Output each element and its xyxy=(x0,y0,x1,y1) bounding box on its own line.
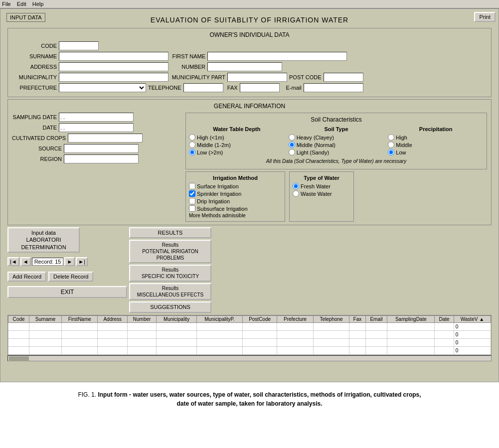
prec-low-row: Low xyxy=(388,149,484,155)
irrigation-water-row: Irrigation Method Surface Irrigation Spr… xyxy=(185,171,487,222)
menu-edit[interactable]: Edit xyxy=(17,1,26,7)
wtd-middle-label: Middle (1-2m) xyxy=(197,142,231,148)
email-input[interactable] xyxy=(304,83,363,92)
code-input[interactable] xyxy=(59,41,99,50)
wtd-high-label: High (<1m) xyxy=(197,135,224,141)
st-middle-radio[interactable] xyxy=(289,142,295,148)
waste-water-radio[interactable] xyxy=(293,190,299,197)
municipality-row: MUNICIPALITY MUNICIPALITY PART POST CODE xyxy=(12,73,487,82)
prev-record-button[interactable]: ◄ xyxy=(20,257,31,266)
add-record-button[interactable]: Add Record xyxy=(7,272,46,282)
email-label: E-mail xyxy=(282,85,302,91)
fresh-water-row: Fresh Water xyxy=(293,183,350,189)
wtd-low-radio[interactable] xyxy=(189,149,195,155)
municipality-input[interactable] xyxy=(59,73,168,82)
firstname-input[interactable] xyxy=(207,52,347,61)
st-heavy-radio[interactable] xyxy=(289,134,295,141)
date-row: DATE xyxy=(12,123,181,132)
water-table-depth-title: Water Table Depth xyxy=(189,126,285,132)
sampling-date-input[interactable] xyxy=(59,113,134,122)
exit-button[interactable]: EXIT xyxy=(7,286,127,298)
sprinkler-row: Sprinkler Irrigation xyxy=(189,190,282,197)
municipality-part-input[interactable] xyxy=(227,73,287,82)
row1-surname xyxy=(29,322,62,330)
drip-row: Drip Irrigation xyxy=(189,198,282,204)
waste-water-row: Waste Water xyxy=(293,190,350,197)
prec-low-radio[interactable] xyxy=(388,149,394,155)
menu-help[interactable]: Help xyxy=(32,1,44,7)
prec-high-radio[interactable] xyxy=(388,134,394,141)
horizontal-scrollbar[interactable] xyxy=(7,355,492,361)
subsurface-row: Subsurface Irrigation xyxy=(189,205,282,212)
fresh-water-radio[interactable] xyxy=(293,183,299,189)
municipality-part-label: MUNICIPALITY PART xyxy=(170,74,225,80)
telephone-input[interactable] xyxy=(183,83,223,92)
st-light-label: Light (Sandy) xyxy=(297,149,329,155)
menu-file[interactable]: File xyxy=(2,1,11,7)
prec-middle-label: Middle xyxy=(396,142,412,148)
surface-checkbox[interactable] xyxy=(189,183,195,189)
print-button[interactable]: Print xyxy=(474,12,496,22)
fax-input[interactable] xyxy=(240,83,280,92)
miscellaneous-button[interactable]: ResultsMISCELLANEOUS EFFECTS xyxy=(129,283,211,300)
lab-line2: LABORATORI DETERMINATION xyxy=(21,237,66,250)
col-postcode: PostCode xyxy=(242,315,277,322)
source-input[interactable] xyxy=(64,144,139,153)
bottom-content: Input data LABORATORI DETERMINATION |◄ ◄… xyxy=(3,227,496,313)
row1-prefecture xyxy=(277,322,313,330)
irrigation-title: Irrigation Method xyxy=(189,175,282,181)
row1-samplingdate xyxy=(387,322,435,330)
caption-area: FIG. 1. Input form - water users, water … xyxy=(10,390,489,408)
address-input[interactable] xyxy=(59,62,168,71)
left-bottom-panel: Input data LABORATORI DETERMINATION |◄ ◄… xyxy=(7,227,127,298)
col-wastev: WasteV ▲ xyxy=(454,315,491,322)
col-surname: Surname xyxy=(29,315,62,322)
data-table: Code Surname FirstName Address Number Mu… xyxy=(8,315,491,355)
cultivated-crops-input[interactable] xyxy=(68,134,143,143)
surname-input[interactable] xyxy=(59,52,168,61)
water-type-title: Type of Water xyxy=(293,175,350,181)
surname-firstname-row: SURNAME FIRST NAME xyxy=(12,52,487,61)
col-municipality: Municipality xyxy=(157,315,197,322)
table-row: 0 xyxy=(8,322,491,330)
subsurface-checkbox[interactable] xyxy=(189,205,195,212)
wtd-middle-radio[interactable] xyxy=(189,142,195,148)
number-input[interactable] xyxy=(207,62,282,71)
surname-label: SURNAME xyxy=(12,53,57,59)
sprinkler-checkbox[interactable] xyxy=(189,190,195,197)
row1-wastev: 0 xyxy=(454,322,491,330)
address-number-row: ADDRESS NUMBER xyxy=(12,62,487,71)
waste-water-label: Waste Water xyxy=(301,191,332,197)
specific-ion-button[interactable]: ResultsSPECIFIC ION TOXICITY xyxy=(129,265,211,282)
date-label: DATE xyxy=(12,125,57,131)
last-record-button[interactable]: ►| xyxy=(76,257,88,266)
drip-checkbox[interactable] xyxy=(189,198,195,204)
water-type-box: Type of Water Fresh Water Waste Water xyxy=(289,171,354,222)
results-button[interactable]: RESULTS xyxy=(129,227,211,238)
caption-fig: FIG. 1. xyxy=(78,391,96,398)
wtd-high-radio[interactable] xyxy=(189,134,195,141)
col-address: Address xyxy=(98,315,128,322)
prec-middle-radio[interactable] xyxy=(388,142,394,148)
table-scroll[interactable]: Code Surname FirstName Address Number Mu… xyxy=(8,315,491,355)
row1-telephone xyxy=(313,322,349,330)
prefecture-select[interactable] xyxy=(59,83,146,92)
post-code-input[interactable] xyxy=(324,73,363,82)
lab-button[interactable]: Input data LABORATORI DETERMINATION xyxy=(7,227,80,253)
st-light-radio[interactable] xyxy=(289,149,295,155)
soil-type-col: Soil Type Heavy (Clayey) Middle (Normal) xyxy=(289,126,384,156)
prefecture-label: PREFECTURE xyxy=(12,85,57,91)
potential-irrigation-button[interactable]: ResultsResults POTENTIAL IRRIGATON PROBL… xyxy=(129,240,211,263)
region-input[interactable] xyxy=(64,154,139,163)
next-record-button[interactable]: ► xyxy=(64,257,75,266)
row1-number xyxy=(128,322,157,330)
delete-record-button[interactable]: Delete Record xyxy=(48,272,93,282)
main-title: EVALUATION OF SUITABLITY OF IRRIGATION W… xyxy=(3,12,496,26)
prec-low-label: Low xyxy=(396,149,406,155)
suggestions-button[interactable]: SUGGESTIONS xyxy=(129,301,211,312)
cultivated-crops-row: CULTIVATED CROPS xyxy=(12,134,181,143)
date-input[interactable] xyxy=(59,123,134,132)
wtd-high-row: High (<1m) xyxy=(189,134,285,141)
first-record-button[interactable]: |◄ xyxy=(7,257,19,266)
col-email: Email xyxy=(365,315,387,322)
